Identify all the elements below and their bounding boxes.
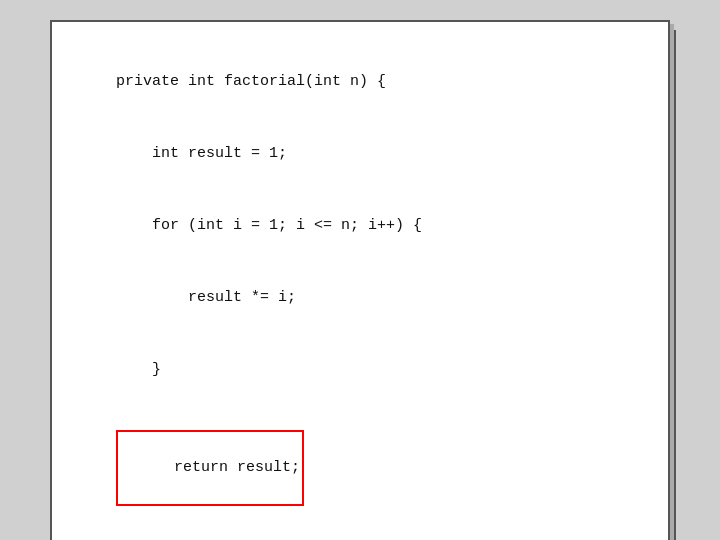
- code-text-2: int result = 1;: [116, 145, 287, 162]
- code-line-5: }: [80, 334, 640, 406]
- code-text-4: result *= i;: [116, 289, 296, 306]
- code-line-4: result *= i;: [80, 262, 640, 334]
- code-text-3: for (int i = 1; i <= n; i++) {: [116, 217, 422, 234]
- code-line-3: for (int i = 1; i <= n; i++) {: [80, 190, 640, 262]
- code-line-1: private int factorial(int n) {: [80, 46, 640, 118]
- code-line-7: }: [80, 530, 640, 540]
- code-text-1: private int factorial(int n) {: [116, 73, 386, 90]
- code-line-2: int result = 1;: [80, 118, 640, 190]
- code-line-6: return result;: [80, 406, 640, 530]
- highlighted-return: return result;: [116, 430, 304, 506]
- code-text-6: return result;: [174, 459, 300, 476]
- code-text-5: }: [116, 361, 161, 378]
- code-panel: private int factorial(int n) { int resul…: [50, 20, 670, 540]
